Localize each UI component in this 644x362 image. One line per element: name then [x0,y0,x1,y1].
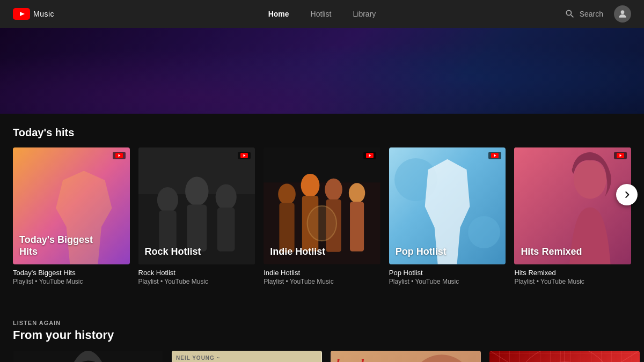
history-card-2[interactable]: NEIL YOUNG ~ HARVEST MOON [172,351,322,362]
yt-icon [617,153,624,158]
yt-badge-rock [238,152,251,159]
yt-icon [491,153,499,158]
listen-again-label: LISTEN AGAIN [13,320,631,326]
svg-point-19 [301,174,320,197]
card-thumb-biggest-hits: Today's BiggestHits [13,147,130,264]
pop-circle-2 [468,216,500,248]
biggest-hits-sub: Playlist • YouTube Music [13,278,130,285]
indie-hotlist-overlay-title: Indie Hotlist [270,246,325,258]
avatar[interactable] [614,5,631,23]
yt-icon [366,153,374,158]
card-biggest-hits[interactable]: Today's BiggestHits Today's Biggest Hits… [13,147,130,285]
main-nav: Home Hotlist Library [260,6,385,21]
svg-point-11 [215,184,236,210]
svg-rect-8 [159,211,177,252]
pop-hotlist-sub: Playlist • YouTube Music [389,278,506,285]
todays-hits-title: Today's hits [13,127,631,139]
history-card-1[interactable] [13,351,163,362]
listen-again-section: LISTEN AGAIN From your history [0,302,644,362]
biggest-hits-overlay-title: Today's BiggestHits [19,234,93,257]
chevron-right-icon [621,189,632,200]
header: Music Home Hotlist Library Search [0,0,644,28]
nav-hotlist[interactable]: Hotlist [302,6,340,21]
card-thumb-rock: Rock Hotlist [138,147,255,264]
hero-banner [0,28,644,114]
yt-badge-pop [488,152,501,159]
spider-svg [489,351,640,362]
svg-point-25 [308,206,336,241]
svg-point-7 [157,187,178,213]
neil-young-label: NEIL YOUNG ~ HARVEST MOON [176,355,220,362]
bends-title-text: bends [336,356,369,362]
logo[interactable]: Music [13,8,54,20]
yt-badge-biggest [113,152,126,159]
hits-remixed-overlay-title: Hits Remixed [521,246,582,258]
history-card-3[interactable]: bends [331,351,481,362]
history-thumb-2: NEIL YOUNG ~ HARVEST MOON [172,351,322,362]
hero-overlay [0,28,644,114]
search-label[interactable]: Search [580,10,603,18]
yt-icon [115,153,123,158]
card-thumb-indie: Indie Hotlist [264,147,380,264]
main-content: Today's hits Today's BiggestHits [0,28,644,362]
youtube-logo-icon [13,8,30,20]
pop-hotlist-overlay-title: Pop Hotlist [396,246,447,258]
search-area[interactable]: Search [565,9,603,19]
svg-point-9 [185,176,209,205]
svg-rect-10 [187,205,207,252]
listen-again-title: From your history [13,328,631,342]
history-carousel: NEIL YOUNG ~ HARVEST MOON [13,351,631,362]
todays-hits-carousel: Today's BiggestHits Today's Biggest Hits… [13,147,631,285]
svg-rect-18 [280,203,295,252]
history-card-4[interactable] [489,351,640,362]
hits-remixed-name: Hits Remixed [514,269,631,277]
rock-hotlist-name: Rock Hotlist [138,269,255,277]
svg-rect-24 [350,202,364,251]
concert-svg [13,351,163,362]
nav-home[interactable]: Home [260,6,298,21]
indie-hotlist-name: Indie Hotlist [264,269,380,277]
logo-text: Music [33,10,54,18]
indie-hotlist-sub: Playlist • YouTube Music [264,278,380,285]
todays-hits-next-button[interactable] [616,184,638,205]
svg-point-17 [278,183,296,204]
card-thumb-hits-remixed: Hits Remixed [514,147,631,264]
rock-hotlist-overlay-title: Rock Hotlist [145,246,201,258]
nav-library[interactable]: Library [345,6,385,21]
card-hits-remixed[interactable]: Hits Remixed Hits Remixed Playlist • You… [514,147,631,285]
history-thumb-3: bends [331,351,481,362]
yt-badge-hits [614,152,627,159]
yt-badge-indie [363,152,376,159]
card-indie-hotlist[interactable]: Indie Hotlist Indie Hotlist Playlist • Y… [264,147,380,285]
svg-rect-12 [217,208,235,252]
card-pop-hotlist[interactable]: Pop Hotlist Pop Hotlist Playlist • YouTu… [389,147,506,285]
biggest-hits-name: Today's Biggest Hits [13,269,130,277]
svg-point-31 [574,160,606,199]
svg-point-23 [349,183,365,203]
rock-hotlist-sub: Playlist • YouTube Music [138,278,255,285]
search-icon [565,9,575,19]
svg-point-21 [325,179,342,201]
pop-hotlist-name: Pop Hotlist [389,269,506,277]
yt-icon [240,153,248,158]
card-thumb-pop: Pop Hotlist [389,147,506,264]
hits-remixed-sub: Playlist • YouTube Music [514,278,631,285]
avatar-icon [617,9,628,19]
card-rock-hotlist[interactable]: Rock Hotlist Rock Hotlist Playlist • You… [138,147,255,285]
history-thumb-1 [13,351,163,362]
todays-hits-carousel-wrapper: Today's BiggestHits Today's Biggest Hits… [13,147,631,285]
history-thumb-4 [489,351,640,362]
todays-hits-section: Today's hits Today's BiggestHits [0,114,644,285]
svg-point-2 [621,10,625,14]
